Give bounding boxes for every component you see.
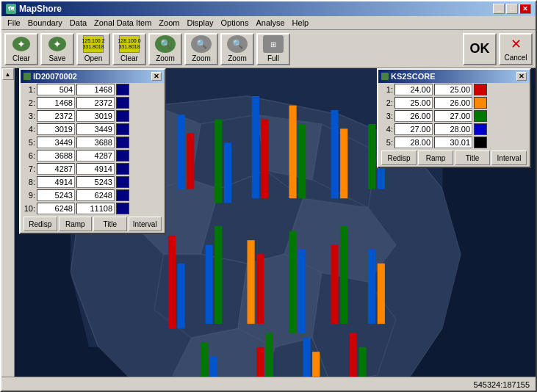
ks2-val1-2[interactable] (394, 97, 433, 109)
id-val2-9[interactable] (76, 189, 115, 201)
ok-button[interactable]: OK (463, 33, 497, 65)
ks2-row-4: 4: (378, 123, 530, 136)
svg-rect-13 (168, 236, 176, 329)
id-color-7 (116, 163, 129, 175)
id-window: ID20070002 ✕ 1: 2: (19, 68, 166, 234)
full-button[interactable]: ⊞ Full (256, 33, 290, 65)
main-area: ▲ (1, 68, 536, 377)
id-val1-4[interactable] (37, 123, 75, 135)
id-val2-5[interactable] (76, 137, 115, 148)
open-button[interactable]: 125.100.2331.8018 Open (76, 33, 110, 65)
menu-analyse[interactable]: Analyse (253, 18, 287, 28)
close-button[interactable]: ✕ (519, 4, 531, 14)
ks2-color-5 (474, 137, 487, 148)
menu-display[interactable]: Display (184, 18, 216, 28)
menu-options[interactable]: Options (218, 18, 252, 28)
id-val1-10[interactable] (37, 203, 75, 214)
zoom-out-button[interactable]: 🔍 Zoom (184, 33, 218, 65)
svg-rect-4 (224, 142, 231, 203)
id-row-8: 8: (21, 175, 165, 189)
svg-rect-16 (215, 226, 222, 324)
status-bar: 545324:187155 (1, 377, 536, 391)
clear2-icon: 128.100.0331.8018 (119, 35, 140, 53)
id-val1-9[interactable] (37, 189, 75, 201)
ks2-window: KS2SCORE ✕ 1: 2: 3: (377, 68, 531, 168)
id-row-4: 4: (21, 123, 165, 136)
zoom-full-button[interactable]: 🔍 Zoom (220, 33, 254, 65)
id-val2-2[interactable] (76, 97, 115, 109)
id-val2-4[interactable] (76, 123, 115, 135)
ks2-val2-1[interactable] (434, 84, 472, 95)
id-row-3: 3: (21, 109, 165, 123)
ks2-val1-5[interactable] (394, 137, 433, 148)
id-val1-3[interactable] (37, 110, 75, 122)
clear2-label: Clear (120, 54, 138, 62)
ks2-interval-button[interactable]: Interval (491, 150, 527, 165)
svg-rect-18 (256, 254, 264, 324)
id-val2-8[interactable] (76, 176, 115, 188)
id-interval-button[interactable]: Interval (129, 217, 162, 231)
ks2-title-button[interactable]: Title (455, 150, 490, 165)
ks2-val2-3[interactable] (434, 110, 472, 122)
id-val1-6[interactable] (37, 150, 75, 161)
zoom-out-label: Zoom (192, 54, 211, 62)
id-val1-2[interactable] (37, 97, 75, 109)
id-window-close[interactable]: ✕ (151, 72, 162, 81)
ks2-val2-5[interactable] (434, 137, 472, 148)
svg-rect-11 (368, 124, 375, 189)
menu-file[interactable]: File (4, 18, 24, 28)
ks2-window-close[interactable]: ✕ (516, 72, 527, 81)
scroll-up-button[interactable]: ▲ (2, 68, 14, 80)
map-canvas[interactable]: ID20070002 ✕ 1: 2: (15, 68, 536, 377)
id-row-6: 6: (21, 149, 165, 162)
minimize-button[interactable]: _ (493, 4, 505, 14)
ok-label: OK (470, 41, 490, 57)
id-val2-7[interactable] (76, 163, 115, 175)
clear2-button[interactable]: 128.100.0331.8018 Clear (112, 33, 146, 65)
svg-rect-32 (358, 347, 366, 377)
svg-rect-19 (289, 231, 296, 333)
id-val2-6[interactable] (76, 150, 115, 161)
svg-rect-24 (378, 264, 385, 324)
ks2-val1-1[interactable] (394, 84, 433, 95)
ks2-val1-3[interactable] (394, 110, 433, 122)
zoom-full-label: Zoom (228, 54, 247, 62)
clear-label: Clear (12, 54, 30, 62)
id-val1-7[interactable] (37, 163, 75, 175)
menu-boundary[interactable]: Boundary (25, 18, 65, 28)
id-val2-10[interactable] (76, 203, 115, 214)
ks2-val1-4[interactable] (394, 123, 433, 135)
svg-rect-3 (215, 120, 222, 203)
ks2-ramp-button[interactable]: Ramp (418, 150, 453, 165)
cancel-button[interactable]: ✕ Cancel (499, 33, 533, 65)
id-val1-8[interactable] (37, 176, 75, 188)
ks2-redisp-button[interactable]: Redisp (381, 150, 417, 165)
svg-rect-26 (210, 356, 217, 377)
id-row-10: 10: (21, 202, 165, 215)
save-button[interactable]: ✦ Save (40, 33, 74, 65)
menu-zoom[interactable]: Zoom (156, 18, 182, 28)
svg-rect-5 (252, 96, 259, 198)
open-icon: 125.100.2331.8018 (83, 35, 104, 53)
id-title-button[interactable]: Title (93, 217, 127, 231)
id-row-5: 5: (21, 136, 165, 149)
zoom-in-button[interactable]: 🔍 Zoom (148, 33, 182, 65)
clear-button[interactable]: ✦ Clear (4, 33, 38, 65)
ks2-val2-2[interactable] (434, 97, 472, 109)
id-color-3 (116, 110, 129, 122)
menu-data[interactable]: Data (67, 18, 90, 28)
id-val2-1[interactable] (76, 84, 115, 95)
id-val1-1[interactable] (37, 84, 75, 95)
maximize-button[interactable]: □ (506, 4, 518, 14)
menu-help[interactable]: Help (289, 18, 312, 28)
svg-rect-30 (312, 352, 320, 377)
ks2-window-title: KS2SCORE ✕ (378, 70, 530, 83)
menu-zonal-data-item[interactable]: Zonal Data Item (91, 18, 154, 28)
id-val2-3[interactable] (76, 110, 115, 122)
id-ramp-button[interactable]: Ramp (59, 217, 93, 231)
svg-rect-23 (368, 250, 375, 324)
id-redisp-button[interactable]: Redisp (24, 217, 57, 231)
id-val1-5[interactable] (37, 137, 75, 148)
ks2-val2-4[interactable] (434, 123, 472, 135)
ks2-row-5: 5: (378, 136, 530, 149)
